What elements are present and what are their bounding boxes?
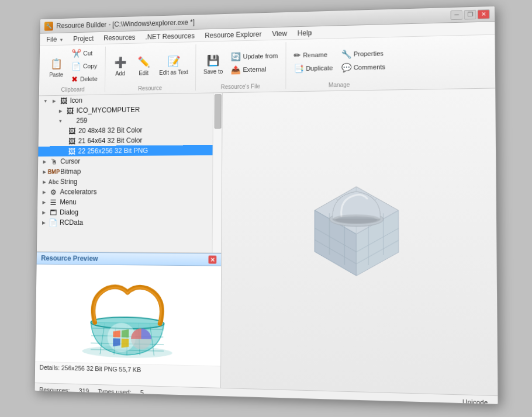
tree-container: ▼ ▶ 🖼 Icon ▶ 🖼 ICO_MYCOMPUTER	[37, 93, 222, 252]
rename-icon: ✏	[293, 50, 300, 60]
mycomputer-label: ICO_MYCOMPUTER	[77, 106, 140, 114]
menu-net-resources[interactable]: .NET Resources	[141, 30, 199, 42]
tree-item-22[interactable]: 🖼 22 256x256 32 Bit PNG	[38, 145, 212, 157]
menu-resource-explorer[interactable]: Resource Explorer	[200, 29, 266, 40]
delete-button[interactable]: ✖ Delete	[68, 72, 100, 85]
expander-rcdata[interactable]: ▶	[39, 218, 48, 227]
rcdata-label: RCData	[60, 218, 83, 227]
comments-icon: 💬	[341, 62, 351, 72]
rcdata-icon: 📄	[48, 218, 58, 227]
bitmap-icon: BMP	[49, 167, 58, 176]
icon-21: 🖼	[67, 137, 77, 146]
menu-resources[interactable]: Resources	[99, 32, 140, 43]
edit-label: Edit	[139, 70, 148, 76]
add-button[interactable]: ➕ Add	[110, 53, 131, 78]
expander-mycomputer[interactable]: ▶	[56, 106, 65, 116]
expander-menu[interactable]: ▶	[40, 197, 49, 206]
resource-group-label: Resource	[138, 85, 162, 91]
delete-icon: ✖	[71, 75, 78, 84]
preview-image	[76, 267, 178, 362]
menu-icon: ☰	[49, 197, 58, 207]
duplicate-label: Duplicate	[306, 64, 333, 72]
expander-icon-group[interactable]: ▼	[41, 96, 50, 106]
label-21: 21 64x64 32 Bit Color	[78, 137, 143, 145]
expander-string[interactable]: ▶	[40, 178, 49, 186]
edit-button[interactable]: ✏️ Edit	[133, 52, 154, 78]
label-20: 20 48x48 32 Bit Color	[78, 126, 142, 135]
delete-label: Delete	[80, 75, 98, 82]
tree-item-cursor[interactable]: ▶ 🖱 Cursor	[38, 155, 212, 166]
ribbon: 📋 Paste ✂️ Cut 📄 Copy	[39, 35, 495, 96]
clipboard-group-label: Clipboard	[61, 86, 84, 93]
menu-file[interactable]: File ▼	[42, 34, 68, 44]
save-to-button[interactable]: 💾 Save to	[201, 50, 226, 77]
clipboard-col: ✂️ Cut 📄 Copy ✖ Delete	[68, 47, 101, 85]
cut-button[interactable]: ✂️ Cut	[69, 47, 101, 60]
tree-scrollbar[interactable]	[212, 93, 222, 252]
paste-label: Paste	[49, 71, 63, 78]
comments-button[interactable]: 💬 Comments	[338, 60, 388, 74]
duplicate-icon: 📑	[293, 64, 303, 73]
expander-icon-group2[interactable]: ▶	[50, 96, 58, 106]
minimize-button[interactable]: ─	[451, 10, 463, 20]
clipboard-items: 📋 Paste ✂️ Cut 📄 Copy	[46, 47, 101, 86]
duplicate-button[interactable]: 📑 Duplicate	[291, 61, 336, 75]
dialog-icon: 🗔	[48, 208, 58, 217]
preview-details-text: 256x256 32 Bit PNG 55,7 KB	[61, 364, 141, 373]
paste-icon: 📋	[49, 55, 64, 71]
paste-button[interactable]: 📋 Paste	[46, 54, 67, 79]
tree-item-accelerators[interactable]: ▶ ⚙ Accelerators	[37, 186, 212, 197]
cursor-icon: 🖱	[49, 157, 59, 166]
menu-view[interactable]: View	[267, 28, 292, 39]
cut-icon: ✂️	[72, 49, 81, 58]
tree-item-bitmap[interactable]: ▶ BMP Bitmap	[38, 166, 213, 177]
manage-group-label: Manage	[329, 82, 350, 89]
ribbon-group-clipboard: 📋 Paste ✂️ Cut 📄 Copy	[42, 47, 106, 93]
tree-inner: ▼ ▶ 🖼 Icon ▶ 🖼 ICO_MYCOMPUTER	[37, 93, 213, 252]
update-from-button[interactable]: 🔄 Update from	[228, 49, 281, 63]
manage-col: ✏ Rename 📑 Duplicate	[291, 48, 336, 75]
external-icon: 📤	[231, 65, 241, 74]
icon-22: 🖼	[67, 147, 77, 156]
restore-button[interactable]: ❐	[464, 9, 476, 19]
comments-label: Comments	[354, 63, 385, 71]
edit-icon: ✏️	[136, 54, 151, 70]
edit-as-text-button[interactable]: 📝 Edit as Text	[156, 51, 191, 77]
expander-259[interactable]: ▼	[56, 116, 65, 126]
add-icon: ➕	[112, 54, 128, 71]
expander-accelerators[interactable]: ▶	[40, 187, 49, 196]
menu-help[interactable]: Help	[293, 27, 317, 39]
title-bar-left: 🔧 Resource Builder - [C:\Windows\explore…	[44, 18, 195, 30]
preview-panel: Resource Preview ✕	[35, 251, 222, 388]
edit-as-text-icon: 📝	[166, 53, 182, 70]
copy-button[interactable]: 📄 Copy	[69, 60, 101, 72]
title-controls: ─ ❐ ✕	[451, 9, 490, 20]
save-to-icon: 💾	[205, 52, 221, 68]
tree-item-dialog[interactable]: ▶ 🗔 Dialog	[37, 207, 212, 218]
close-button[interactable]: ✕	[478, 9, 490, 19]
expander-dialog[interactable]: ▶	[40, 208, 49, 217]
tree-item-rcdata[interactable]: ▶ 📄 RCData	[37, 217, 212, 228]
resource-items: ➕ Add ✏️ Edit 📝 Edit as Text	[109, 44, 191, 85]
tree-scroll-thumb[interactable]	[215, 94, 222, 128]
resources-label: Resources:	[39, 386, 70, 394]
preview-close-button[interactable]: ✕	[208, 255, 216, 263]
app-icon: 🔧	[44, 22, 53, 31]
icon-group-label: Icon	[70, 96, 82, 105]
ribbon-group-manage: ✏ Rename 📑 Duplicate 🔧 Propertie	[286, 40, 393, 89]
string-icon: Abc	[49, 177, 58, 186]
cursor-label: Cursor	[60, 157, 80, 165]
menu-project[interactable]: Project	[69, 33, 98, 44]
cut-label: Cut	[83, 50, 92, 57]
file-col: 🔄 Update from 📤 External	[228, 49, 281, 76]
ribbon-content: 📋 Paste ✂️ Cut 📄 Copy	[42, 37, 493, 96]
expander-cursor[interactable]: ▶	[40, 157, 49, 166]
manage-items: ✏ Rename 📑 Duplicate 🔧 Propertie	[291, 40, 388, 81]
rename-button[interactable]: ✏ Rename	[291, 48, 336, 62]
tree-item-string[interactable]: ▶ Abc String	[38, 176, 213, 187]
external-button[interactable]: 📤 External	[228, 62, 281, 76]
tree-item-menu[interactable]: ▶ ☰ Menu	[37, 197, 212, 207]
bitmap-label: Bitmap	[60, 168, 81, 176]
main-window: 🔧 Resource Builder - [C:\Windows\explore…	[34, 6, 499, 405]
properties-button[interactable]: 🔧 Properties	[338, 47, 388, 61]
